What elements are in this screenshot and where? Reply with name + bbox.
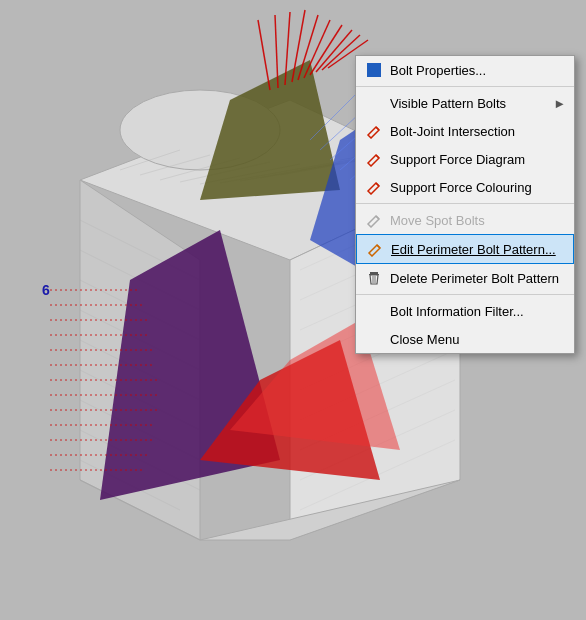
no-icon-1 — [364, 93, 384, 113]
menu-item-move-spot-bolts: Move Spot Bolts — [356, 206, 574, 234]
menu-item-close-menu[interactable]: Close Menu — [356, 325, 574, 353]
menu-item-bolt-properties[interactable]: Bolt Properties... — [356, 56, 574, 84]
menu-item-support-force-colouring[interactable]: Support Force Colouring — [356, 173, 574, 201]
menu-label-visible-pattern-bolts: Visible Pattern Bolts — [390, 96, 553, 111]
menu-item-support-force-diagram[interactable]: Support Force Diagram — [356, 145, 574, 173]
menu-label-support-force-diagram: Support Force Diagram — [390, 152, 566, 167]
no-icon-3 — [364, 329, 384, 349]
menu-label-bolt-info-filter: Bolt Information Filter... — [390, 304, 566, 319]
pencil-red-icon-3 — [364, 177, 384, 197]
svg-line-71 — [376, 155, 379, 158]
svg-line-74 — [377, 245, 380, 248]
menu-item-edit-perimeter[interactable]: Edit Perimeter Bolt Pattern... — [356, 234, 574, 264]
pencil-gray-icon — [364, 210, 384, 230]
blue-square-icon — [364, 60, 384, 80]
menu-label-delete-perimeter: Delete Perimeter Bolt Pattern — [390, 271, 566, 286]
pencil-red-icon-1 — [364, 121, 384, 141]
menu-item-bolt-joint[interactable]: Bolt-Joint Intersection — [356, 117, 574, 145]
no-icon-2 — [364, 301, 384, 321]
svg-line-73 — [376, 216, 379, 219]
menu-label-support-force-colouring: Support Force Colouring — [390, 180, 566, 195]
menu-label-bolt-joint: Bolt-Joint Intersection — [390, 124, 566, 139]
context-menu: Bolt Properties... Visible Pattern Bolts… — [355, 55, 575, 354]
separator-1 — [356, 86, 574, 87]
menu-label-move-spot-bolts: Move Spot Bolts — [390, 213, 566, 228]
svg-text:6: 6 — [42, 282, 50, 298]
menu-label-bolt-properties: Bolt Properties... — [390, 63, 566, 78]
menu-item-bolt-info-filter[interactable]: Bolt Information Filter... — [356, 297, 574, 325]
svg-line-70 — [376, 127, 379, 130]
menu-label-close-menu: Close Menu — [390, 332, 566, 347]
submenu-arrow-icon: ► — [553, 96, 566, 111]
pencil-orange-icon — [365, 239, 385, 259]
svg-line-72 — [376, 183, 379, 186]
separator-3 — [356, 294, 574, 295]
delete-icon — [364, 268, 384, 288]
menu-item-visible-pattern-bolts[interactable]: Visible Pattern Bolts ► — [356, 89, 574, 117]
menu-item-delete-perimeter[interactable]: Delete Perimeter Bolt Pattern — [356, 264, 574, 292]
separator-2 — [356, 203, 574, 204]
menu-label-edit-perimeter: Edit Perimeter Bolt Pattern... — [391, 242, 565, 257]
pencil-red-icon-2 — [364, 149, 384, 169]
svg-rect-75 — [370, 272, 378, 274]
